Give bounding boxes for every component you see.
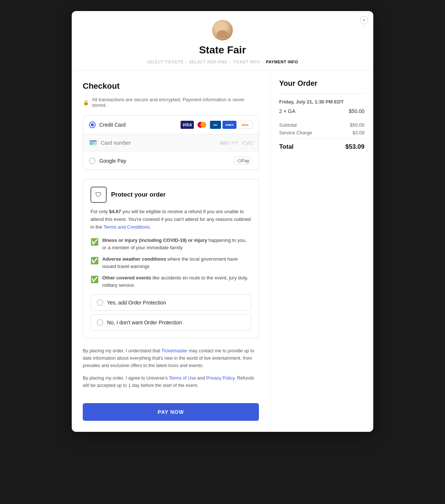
order-date: Friday, July 21, 1:30 PM EDT bbox=[279, 99, 364, 105]
service-charge-label: Service Charge bbox=[279, 130, 312, 135]
mm-yy-label: MM / YY bbox=[220, 140, 238, 146]
legal-text-2: By placing my order, I agree to Universe… bbox=[83, 374, 259, 389]
total-value: $53.09 bbox=[345, 143, 364, 151]
service-charge-value: $3.09 bbox=[352, 130, 364, 135]
protect-no-radio[interactable] bbox=[97, 319, 103, 326]
order-subtotal-section: Subtotal $50.00 Service Charge $3.09 bbox=[279, 119, 364, 135]
protect-no-option[interactable]: No, I don't want Order Protection bbox=[90, 314, 251, 331]
modal-content: Checkout 🔒 All transactions are secure a… bbox=[72, 70, 373, 432]
benefit-illness: ✅ Illness or injury (including COVID-19)… bbox=[90, 237, 251, 251]
card-icons: VISA DC AMEX DISC bbox=[181, 121, 253, 129]
total-label: Total bbox=[279, 143, 293, 151]
order-ticket-qty: 2 × GA bbox=[279, 108, 295, 114]
credit-card-radio[interactable] bbox=[89, 121, 96, 128]
diners-icon: DC bbox=[210, 121, 221, 129]
protect-yes-option[interactable]: Yes, add Order Protection bbox=[90, 295, 251, 311]
protect-title: Protect your order bbox=[111, 191, 165, 198]
check-icon-2: ✅ bbox=[90, 256, 99, 266]
credit-card-label: Credit Card bbox=[99, 122, 126, 128]
google-pay-label: Google Pay bbox=[99, 158, 126, 164]
right-panel: Your Order Friday, July 21, 1:30 PM EDT … bbox=[270, 70, 373, 432]
protect-description: For only $4.67 you will be eligible to r… bbox=[90, 208, 251, 231]
left-panel: Checkout 🔒 All transactions are secure a… bbox=[72, 70, 270, 432]
privacy-policy-link[interactable]: Privacy Policy bbox=[206, 376, 235, 381]
cvc-label: CVC bbox=[243, 140, 253, 146]
close-button[interactable]: × bbox=[360, 16, 368, 24]
terms-conditions-link[interactable]: Terms and Conditions. bbox=[103, 224, 151, 230]
protect-order-box: 🛡 Protect your order For only $4.67 you … bbox=[83, 179, 259, 338]
pay-now-button[interactable]: PAY NOW bbox=[83, 403, 259, 421]
order-divider bbox=[279, 94, 364, 94]
card-number-input[interactable] bbox=[101, 140, 216, 146]
lock-icon: 🔒 bbox=[83, 99, 89, 105]
ticketmaster-link[interactable]: Ticketmaster bbox=[161, 348, 188, 353]
card-input-row[interactable]: 🪪 MM / YY CVC bbox=[83, 134, 259, 152]
order-subtotal-row: Subtotal $50.00 bbox=[279, 122, 364, 128]
discover-icon: DISC bbox=[238, 121, 253, 129]
visa-icon: VISA bbox=[181, 121, 194, 129]
protect-yes-label: Yes, add Order Protection bbox=[107, 300, 166, 306]
breadcrumb-ticket-info[interactable]: TICKET INFO bbox=[233, 60, 260, 64]
order-ticket-row: 2 × GA $50.00 bbox=[279, 108, 364, 114]
checkout-modal: × State Fair SELECT TICKETS › SELECT ADD… bbox=[72, 11, 373, 432]
checkout-title: Checkout bbox=[83, 81, 259, 91]
order-total-row: Total $53.09 bbox=[279, 138, 364, 151]
shield-icon: 🛡 bbox=[90, 187, 107, 203]
benefit-weather: ✅ Adverse weather conditions where the l… bbox=[90, 255, 251, 270]
protect-no-label: No, I don't want Order Protection bbox=[107, 320, 182, 325]
order-ticket-price: $50.00 bbox=[349, 108, 364, 114]
check-icon-3: ✅ bbox=[90, 275, 99, 285]
protect-yes-radio[interactable] bbox=[97, 299, 103, 306]
benefit-other: ✅ Other covered events like accidents en… bbox=[90, 274, 251, 289]
order-service-charge-row: Service Charge $3.09 bbox=[279, 130, 364, 135]
gpay-icon: GPay bbox=[234, 157, 253, 165]
avatar bbox=[212, 20, 233, 40]
breadcrumb-select-tickets[interactable]: SELECT TICKETS bbox=[147, 60, 183, 64]
modal-header: State Fair SELECT TICKETS › SELECT ADD-O… bbox=[72, 11, 373, 70]
legal-text-1: By placing my order, I understand that T… bbox=[83, 347, 259, 369]
security-text: All transactions are secure and encrypte… bbox=[92, 97, 259, 108]
protect-options: Yes, add Order Protection No, I don't wa… bbox=[90, 295, 251, 331]
credit-card-option[interactable]: Credit Card VISA DC AMEX DISC bbox=[83, 116, 259, 134]
check-icon-1: ✅ bbox=[90, 237, 99, 247]
payment-section: Credit Card VISA DC AMEX DISC 🪪 bbox=[83, 115, 259, 170]
google-pay-radio[interactable] bbox=[89, 158, 96, 164]
subtotal-value: $50.00 bbox=[350, 122, 364, 128]
breadcrumb-select-addons[interactable]: SELECT ADD-ONS bbox=[189, 60, 227, 64]
mastercard-icon bbox=[195, 121, 209, 129]
breadcrumb-payment-info[interactable]: PAYMENT INFO bbox=[266, 60, 298, 64]
order-title: Your Order bbox=[279, 79, 364, 88]
google-pay-option[interactable]: Google Pay GPay bbox=[83, 152, 259, 170]
breadcrumb: SELECT TICKETS › SELECT ADD-ONS › TICKET… bbox=[79, 60, 366, 64]
card-placeholder-icon: 🪪 bbox=[89, 139, 97, 147]
subtotal-label: Subtotal bbox=[279, 122, 297, 128]
terms-of-use-link[interactable]: Terms of Use bbox=[169, 376, 196, 381]
event-title: State Fair bbox=[79, 44, 366, 56]
amex-icon: AMEX bbox=[222, 121, 236, 129]
security-notice: 🔒 All transactions are secure and encryp… bbox=[83, 97, 259, 108]
